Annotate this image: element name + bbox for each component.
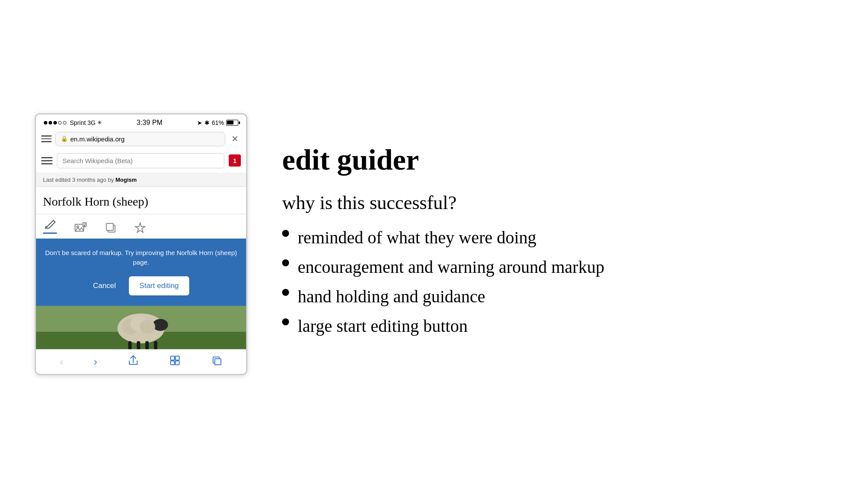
phone-mockup: Sprint 3G ✳︎ 3:39 PM ➤ ✱ 61% 🔒 en.m.wiki…	[35, 113, 247, 375]
page-subheading: why is this successful?	[282, 192, 833, 215]
close-tab-button[interactable]: ✕	[229, 133, 241, 145]
svg-rect-18	[175, 356, 179, 360]
bullet-text: encouragement and warning around markup	[298, 256, 604, 278]
bullet-dot	[282, 289, 289, 296]
image-lock-icon[interactable]	[74, 222, 87, 234]
battery-percent: 61%	[212, 119, 224, 126]
dot-4	[58, 121, 62, 124]
svg-rect-19	[171, 361, 174, 365]
bookmarks-button[interactable]	[169, 355, 181, 369]
bullet-dot	[282, 318, 289, 325]
svg-rect-20	[175, 361, 179, 365]
svg-rect-5	[106, 223, 113, 230]
search-input[interactable]	[57, 153, 224, 168]
svg-point-1	[77, 226, 79, 228]
overlay-message: Don't be scared of markup. Try improving…	[45, 248, 237, 268]
url-text: en.m.wikipedia.org	[70, 135, 125, 143]
cancel-button[interactable]: Cancel	[93, 282, 116, 290]
svg-rect-17	[171, 356, 174, 360]
status-bar: Sprint 3G ✳︎ 3:39 PM ➤ ✱ 61%	[36, 115, 246, 129]
lock-icon: 🔒	[61, 135, 68, 142]
battery-icon	[226, 120, 238, 126]
page-heading: edit guider	[282, 144, 833, 176]
edit-pencil-icon[interactable]	[43, 219, 57, 234]
list-item: large start editing button	[282, 315, 833, 337]
list-item: reminded of what they were doing	[282, 226, 833, 249]
signal-icon: ✳︎	[97, 119, 102, 126]
start-editing-button[interactable]: Start editing	[129, 276, 189, 295]
star-icon[interactable]	[134, 222, 146, 234]
time-label: 3:39 PM	[137, 119, 163, 127]
back-button[interactable]: ‹	[60, 356, 63, 368]
forward-button[interactable]: ›	[94, 356, 97, 368]
svg-rect-3	[83, 225, 85, 227]
bullet-list: reminded of what they were doing encoura…	[282, 226, 833, 337]
edit-toolbar	[36, 214, 246, 239]
network-label: 3G	[88, 119, 96, 126]
address-bar: 🔒 en.m.wikipedia.org ✕	[36, 129, 246, 150]
notification-badge[interactable]: 1	[229, 154, 241, 167]
copy-icon[interactable]	[105, 222, 117, 234]
bluetooth-icon: ✱	[204, 119, 210, 126]
share-button[interactable]	[128, 355, 139, 369]
last-edited-author: Mogism	[115, 177, 137, 183]
dot-5	[63, 121, 66, 124]
svg-rect-11	[137, 341, 140, 349]
tabs-button[interactable]	[211, 355, 222, 369]
bullet-dot	[282, 230, 289, 237]
status-left: Sprint 3G ✳︎	[44, 119, 102, 126]
last-edited-text: Last edited 3 months ago by	[43, 177, 115, 183]
right-panel: edit guider why is this successful? remi…	[282, 144, 833, 345]
bullet-text: large start editing button	[298, 315, 467, 337]
list-item: hand holding and guidance	[282, 285, 833, 308]
edit-overlay: Don't be scared of markup. Try improving…	[36, 239, 246, 306]
sheep-image	[36, 306, 246, 349]
bullet-text: reminded of what they were doing	[298, 226, 536, 249]
svg-rect-10	[128, 341, 132, 349]
article-title: Norfolk Horn (sheep)	[36, 187, 246, 214]
signal-dots	[44, 121, 66, 124]
overlay-buttons: Cancel Start editing	[45, 276, 237, 295]
svg-rect-13	[154, 341, 158, 349]
bottom-navigation: ‹ ›	[36, 349, 246, 374]
dot-2	[49, 121, 52, 124]
status-right: ➤ ✱ 61%	[197, 119, 238, 126]
svg-rect-12	[145, 341, 149, 349]
bullet-text: hand holding and guidance	[298, 285, 485, 308]
url-bar[interactable]: 🔒 en.m.wikipedia.org	[55, 132, 225, 146]
hamburger-menu[interactable]	[41, 157, 53, 164]
menu-icon[interactable]	[41, 135, 52, 142]
last-edited-bar: Last edited 3 months ago by Mogism	[36, 173, 246, 187]
list-item: encouragement and warning around markup	[282, 256, 833, 278]
svg-rect-22	[215, 359, 221, 365]
bullet-dot	[282, 259, 289, 266]
carrier-label: Sprint	[70, 119, 86, 126]
dot-3	[53, 121, 57, 124]
search-row: 1	[36, 150, 246, 173]
location-icon: ➤	[197, 119, 202, 126]
dot-1	[44, 121, 47, 124]
svg-point-16	[140, 320, 155, 334]
